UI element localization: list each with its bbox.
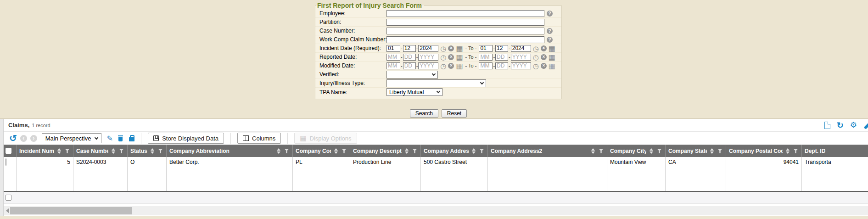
table-row[interactable]: 5S2024-0003OBetter Corp.PLProduction Lin…	[4, 157, 868, 191]
reported-to-day-input[interactable]	[495, 54, 508, 61]
gear-icon[interactable]: ⚙	[850, 121, 857, 129]
panel-collapse-rail[interactable]	[0, 119, 4, 216]
columns-button[interactable]: Columns	[237, 133, 281, 144]
sort-icon[interactable]	[57, 148, 61, 154]
filter-icon[interactable]	[479, 149, 484, 153]
modified-to-day-input[interactable]	[495, 62, 508, 69]
reported-to-month-input[interactable]	[479, 54, 493, 61]
clear-date-icon[interactable]: ×	[448, 45, 454, 51]
filter-icon[interactable]	[119, 149, 124, 153]
filter-icon[interactable]	[342, 149, 347, 153]
incident-to-year-input[interactable]	[511, 45, 531, 52]
case-number-input[interactable]	[386, 28, 544, 34]
filter-icon[interactable]	[717, 149, 722, 153]
filter-icon[interactable]	[657, 149, 662, 153]
calendar-icon[interactable]: ▦	[549, 45, 555, 51]
calendar-icon[interactable]: ▦	[549, 63, 555, 69]
calendar-icon[interactable]: ▦	[456, 54, 463, 60]
time-picker-icon[interactable]: ◷	[440, 63, 446, 69]
row-checkbox[interactable]	[6, 158, 6, 166]
sort-icon[interactable]	[151, 148, 154, 154]
employee-input[interactable]	[386, 10, 544, 17]
clear-date-icon[interactable]: ×	[541, 45, 547, 51]
scroll-left-arrow-icon[interactable]	[6, 208, 9, 213]
filter-icon[interactable]	[793, 149, 798, 153]
sort-icon[interactable]	[591, 148, 595, 154]
new-report-icon[interactable]	[824, 122, 830, 129]
work-comp-input[interactable]	[386, 36, 544, 43]
modified-from-year-input[interactable]	[418, 62, 438, 69]
column-header-company-postal-code[interactable]: Company Postal Code	[726, 145, 802, 157]
time-picker-icon[interactable]: ◷	[533, 63, 539, 69]
store-displayed-data-button[interactable]: Store Displayed Data	[148, 133, 224, 144]
help-icon[interactable]: ?	[547, 37, 553, 43]
column-header-incident-number[interactable]: Incident Number	[17, 145, 73, 157]
incident-from-month-input[interactable]	[386, 45, 400, 52]
modified-to-month-input[interactable]	[479, 62, 493, 69]
column-header-company-abbreviation[interactable]: Company Abbreviation	[167, 145, 293, 157]
column-header-dept-id[interactable]: Dept. ID	[802, 145, 868, 157]
edit-perspective-icon[interactable]: ✎	[107, 134, 113, 143]
verified-select[interactable]	[386, 71, 438, 79]
clear-date-icon[interactable]: ×	[541, 63, 547, 69]
tpa-name-select[interactable]: Liberty Mutual	[386, 88, 442, 96]
search-button[interactable]: Search	[410, 109, 438, 118]
horizontal-scrollbar[interactable]	[4, 206, 868, 215]
time-picker-icon[interactable]: ◷	[440, 45, 446, 51]
modified-to-year-input[interactable]	[511, 62, 531, 69]
clear-date-icon[interactable]: ×	[448, 63, 454, 69]
refresh-icon[interactable]: ↻	[837, 122, 844, 129]
incident-from-year-input[interactable]	[418, 45, 438, 52]
sort-icon[interactable]	[650, 148, 653, 154]
filter-icon[interactable]	[284, 149, 289, 153]
sort-icon[interactable]	[786, 148, 790, 154]
column-header-company-address2[interactable]: Company Address2	[488, 145, 607, 157]
reset-button[interactable]: Reset	[442, 109, 467, 118]
sort-icon[interactable]	[710, 148, 714, 154]
reported-to-year-input[interactable]	[511, 54, 531, 61]
footer-checkbox[interactable]	[6, 195, 11, 201]
clear-date-icon[interactable]: ×	[541, 54, 547, 60]
filter-icon[interactable]	[65, 149, 70, 153]
sort-icon[interactable]	[472, 148, 476, 154]
column-header-case-number[interactable]: Case Number	[73, 145, 128, 157]
filter-icon[interactable]	[158, 149, 163, 153]
modified-from-day-input[interactable]	[403, 62, 416, 69]
column-header-company-address1[interactable]: Company Address1	[421, 145, 488, 157]
injury-type-select[interactable]	[386, 79, 486, 87]
incident-from-day-input[interactable]	[403, 45, 416, 52]
incident-to-day-input[interactable]	[495, 45, 508, 52]
column-header-company-description[interactable]: Company Description	[350, 145, 421, 157]
column-header-company-state[interactable]: Company State	[666, 145, 726, 157]
filter-icon[interactable]	[599, 149, 604, 153]
partition-input[interactable]	[386, 19, 544, 26]
modified-from-month-input[interactable]	[386, 62, 400, 69]
help-icon[interactable]: ?	[547, 11, 553, 17]
clear-date-icon[interactable]: ×	[448, 54, 454, 60]
wrench-icon[interactable]	[864, 121, 868, 129]
scrollbar-thumb[interactable]	[10, 207, 132, 214]
column-header-company-code[interactable]: Company Code	[293, 145, 350, 157]
time-picker-icon[interactable]: ◷	[440, 54, 446, 60]
sort-icon[interactable]	[277, 148, 280, 154]
column-header-company-city[interactable]: Company City	[607, 145, 666, 157]
reported-from-day-input[interactable]	[403, 54, 416, 61]
reset-perspective-icon[interactable]: ↺	[9, 134, 17, 143]
sort-icon[interactable]	[334, 148, 338, 154]
select-all-checkbox[interactable]	[6, 148, 11, 154]
help-icon[interactable]: ?	[547, 28, 553, 34]
calendar-icon[interactable]: ▦	[456, 63, 463, 69]
sort-icon[interactable]	[405, 148, 409, 154]
time-picker-icon[interactable]: ◷	[533, 54, 539, 60]
calendar-icon[interactable]: ▦	[456, 45, 463, 51]
calendar-icon[interactable]: ▦	[549, 54, 555, 60]
column-header-status[interactable]: Status	[128, 145, 167, 157]
lock-icon[interactable]	[129, 137, 134, 141]
incident-to-month-input[interactable]	[479, 45, 493, 52]
reported-from-month-input[interactable]	[386, 54, 400, 61]
sort-icon[interactable]	[112, 148, 115, 154]
time-picker-icon[interactable]: ◷	[533, 45, 539, 51]
perspective-select[interactable]: Main Perspective	[42, 133, 101, 143]
filter-icon[interactable]	[412, 149, 417, 153]
delete-perspective-icon[interactable]	[118, 135, 123, 141]
